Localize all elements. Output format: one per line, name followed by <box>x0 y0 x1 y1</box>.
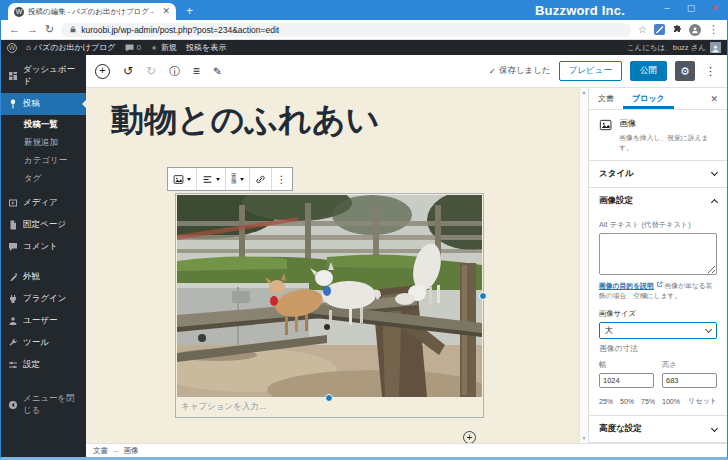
user-avatar[interactable] <box>710 42 721 53</box>
chevron-down-icon <box>711 169 718 176</box>
block-options-button[interactable]: ⋮ <box>272 168 292 190</box>
reset-button[interactable]: リセット <box>688 396 717 406</box>
refresh-icon[interactable]: ↻ <box>45 24 54 35</box>
breadcrumb-current-block[interactable]: 画像 <box>124 446 139 456</box>
close-settings-icon[interactable]: ✕ <box>701 88 727 109</box>
sidebar-item-dashboard[interactable]: ダッシュボード <box>1 59 86 93</box>
admin-bar-new[interactable]: ＋ 新規 <box>150 42 177 53</box>
describe-image-link[interactable]: 画像の目的を説明 <box>599 282 654 289</box>
admin-bar-view-post[interactable]: 投稿を表示 <box>186 42 226 53</box>
scale-75-button[interactable]: 75% <box>641 398 655 405</box>
redo-icon[interactable]: ↻ <box>146 65 156 77</box>
bookmark-star-icon[interactable]: ☆ <box>638 25 647 35</box>
alignment-button[interactable] <box>197 168 226 190</box>
canvas-scrollbar[interactable]: ▲ ▼ <box>579 88 588 443</box>
preview-button[interactable]: プレビュー <box>559 61 622 81</box>
brush-icon <box>8 272 18 282</box>
block-navigation-icon[interactable]: ≡ <box>193 65 200 77</box>
window-title: Buzzword Inc. <box>535 3 655 18</box>
sidebar-item-appearance[interactable]: 外観 <box>1 266 86 288</box>
submenu-item-all-posts[interactable]: 投稿一覧 <box>1 116 86 134</box>
url-text: kuroobi.jp/wp-admin/post.php?post=234&ac… <box>81 25 279 35</box>
sidebar-item-comments[interactable]: コメント <box>1 236 86 258</box>
image-dimensions-label: 画像の寸法 <box>599 343 717 354</box>
sidebar-item-plugins[interactable]: プラグイン <box>1 288 86 310</box>
profile-avatar-icon[interactable] <box>689 24 701 36</box>
block-inserter-button[interactable]: + <box>95 64 110 79</box>
image-block[interactable]: キャプションを入力... <box>175 193 484 418</box>
replace-image-button[interactable]: 置換 <box>226 168 250 190</box>
goats-photo <box>177 195 482 397</box>
panel-styles[interactable]: スタイル <box>589 161 727 188</box>
panel-image-settings[interactable]: 画像設定 <box>589 188 727 214</box>
admin-bar-greeting[interactable]: こんにちは、buzz さん <box>627 43 706 53</box>
editor-canvas[interactable]: 動物とのふれあい 置換 <box>86 88 588 443</box>
content-structure-icon[interactable]: ⓘ <box>169 66 180 77</box>
post-title[interactable]: 動物とのふれあい <box>111 98 571 143</box>
new-tab-button[interactable]: + <box>186 4 193 18</box>
sidebar-item-collapse-menu[interactable]: メニューを閉じる <box>1 388 86 422</box>
undo-icon[interactable]: ↺ <box>123 65 133 77</box>
breadcrumb-document[interactable]: 文書 <box>93 446 108 456</box>
plus-icon: ＋ <box>150 42 158 53</box>
link-button[interactable] <box>250 168 272 190</box>
browser-menu-icon[interactable]: ⋮ <box>708 24 719 35</box>
extensions-puzzle-icon[interactable] <box>672 25 682 35</box>
close-button[interactable]: ✕ <box>703 0 727 16</box>
minimize-button[interactable]: – <box>655 0 679 16</box>
tab-close-icon[interactable]: ✕ <box>162 7 170 16</box>
resize-handle-right[interactable] <box>479 292 487 300</box>
scale-50-button[interactable]: 50% <box>620 398 634 405</box>
submenu-item-add-new[interactable]: 新規追加 <box>1 134 86 152</box>
admin-bar-comments[interactable]: 0 <box>125 43 141 52</box>
scroll-down-icon[interactable]: ▼ <box>582 436 587 441</box>
wp-admin-sidebar: ダッシュボード 投稿 投稿一覧 新規追加 カテゴリー タグ メディア 固定ページ <box>1 55 86 457</box>
sidebar-item-settings[interactable]: 設定 <box>1 354 86 376</box>
change-block-type-button[interactable] <box>168 168 197 190</box>
link-icon <box>255 174 266 185</box>
extension-icon-blue[interactable] <box>654 24 665 35</box>
save-status: ✓ 保存しました <box>489 65 551 77</box>
scroll-up-icon[interactable]: ▲ <box>582 90 587 95</box>
maximize-button[interactable]: ▢ <box>679 0 703 16</box>
edit-mode-pencil-icon[interactable]: ✎ <box>213 66 222 77</box>
chevron-down-icon <box>216 178 220 183</box>
back-icon[interactable]: ← <box>9 24 20 35</box>
sidebar-item-media[interactable]: メディア <box>1 192 86 214</box>
media-icon <box>8 198 18 208</box>
admin-bar-site-link[interactable]: ⌂ バズのお出かけブログ <box>26 42 116 53</box>
browser-window: W 投稿の編集 - バズのお出かけブログ - ✕ + Buzzword Inc.… <box>0 0 728 460</box>
posts-submenu: 投稿一覧 新規追加 カテゴリー タグ <box>1 115 86 192</box>
sidebar-item-pages[interactable]: 固定ページ <box>1 214 86 236</box>
sidebar-item-users[interactable]: ユーザー <box>1 310 86 332</box>
image-size-select[interactable]: 大 <box>599 322 717 339</box>
page-icon <box>8 220 18 230</box>
submenu-item-tags[interactable]: タグ <box>1 170 86 188</box>
tab-document[interactable]: 文書 <box>589 88 623 109</box>
editor-more-menu-icon[interactable]: ⋮ <box>703 65 718 78</box>
sidebar-item-posts[interactable]: 投稿 <box>1 93 86 115</box>
block-appender-button[interactable]: + <box>463 431 476 443</box>
browser-tab[interactable]: W 投稿の編集 - バズのお出かけブログ - ✕ <box>8 3 176 20</box>
chevron-down-icon <box>187 178 191 183</box>
wrench-icon <box>8 338 18 348</box>
url-bar[interactable]: kuroobi.jp/wp-admin/post.php?post=234&ac… <box>61 23 631 37</box>
panel-advanced[interactable]: 高度な設定 <box>589 416 727 443</box>
sidebar-item-tools[interactable]: ツール <box>1 332 86 354</box>
image-settings-body: Alt テキスト (代替テキスト) 画像の目的を説明 画像が単なる装飾の場合、空… <box>589 214 727 416</box>
tab-block[interactable]: ブロック <box>623 88 674 109</box>
alt-text-input[interactable] <box>599 233 717 275</box>
forward-icon[interactable]: → <box>27 24 38 35</box>
settings-gear-button[interactable]: ⚙ <box>675 61 695 81</box>
tab-title: 投稿の編集 - バズのお出かけブログ - <box>28 7 158 17</box>
width-label: 幅 <box>599 360 654 370</box>
scale-100-button[interactable]: 100% <box>662 398 680 405</box>
publish-button[interactable]: 公開 <box>630 61 667 81</box>
resize-handle-bottom[interactable] <box>325 394 333 402</box>
wp-logo-menu[interactable]: W <box>7 43 17 53</box>
height-input[interactable] <box>662 373 717 388</box>
width-input[interactable] <box>599 373 654 388</box>
scale-25-button[interactable]: 25% <box>599 398 613 405</box>
submenu-item-categories[interactable]: カテゴリー <box>1 152 86 170</box>
external-link-icon <box>656 281 663 288</box>
